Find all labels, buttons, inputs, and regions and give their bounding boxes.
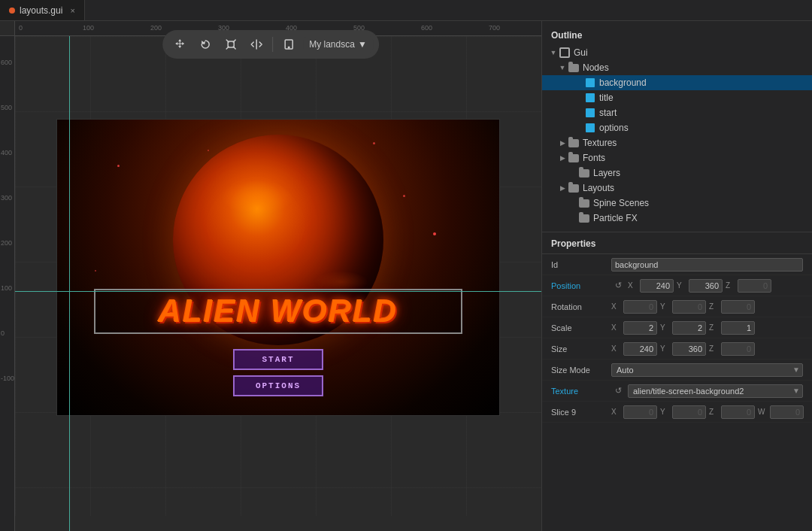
position-reset-button[interactable]: ↺ xyxy=(611,279,625,293)
spine-scenes-folder-icon xyxy=(578,197,590,209)
size-mode-select[interactable]: Auto Manual xyxy=(611,363,803,377)
prop-row-slice9: Slice 9 X Y Z W xyxy=(542,402,812,423)
h-tick-600: 600 xyxy=(421,24,432,32)
textures-label: Textures xyxy=(583,138,812,148)
v-tick-300: 300 xyxy=(1,194,12,202)
tab-layouts-gui[interactable]: layouts.gui × xyxy=(0,0,85,20)
properties-title: Properties xyxy=(542,232,812,254)
position-z-input[interactable] xyxy=(738,279,771,293)
texture-label: Texture xyxy=(551,387,611,396)
scale-xyz-group: X Y Z xyxy=(611,321,803,335)
tree-item-start[interactable]: start xyxy=(542,105,812,120)
start-button-label: START xyxy=(262,355,294,364)
tree-item-gui[interactable]: ▼ Gui xyxy=(542,45,812,60)
tree-item-textures[interactable]: ▶ Textures xyxy=(542,135,812,150)
start-label: start xyxy=(599,108,812,118)
start-button[interactable]: START xyxy=(233,349,323,370)
position-label: Position xyxy=(551,281,611,290)
size-x-input[interactable] xyxy=(623,342,657,356)
h-tick-0: 0 xyxy=(19,24,23,32)
scale-z-input[interactable] xyxy=(721,321,755,335)
slice9-y-input[interactable] xyxy=(672,405,706,419)
rotation-x-input[interactable] xyxy=(623,300,657,314)
tree-item-background[interactable]: background xyxy=(542,75,812,90)
game-preview[interactable]: ALIEN WORLD START OPTIONS xyxy=(56,119,500,416)
prop-row-id: Id xyxy=(542,254,812,275)
tree-item-nodes[interactable]: ▼ Nodes xyxy=(542,60,812,75)
rotation-z-input[interactable] xyxy=(721,300,755,314)
layout-select[interactable]: My landsca ▼ xyxy=(303,36,373,53)
rotation-y-input[interactable] xyxy=(672,300,706,314)
outline-title: Outline xyxy=(542,27,812,45)
texture-reset-button[interactable]: ↺ xyxy=(611,384,625,398)
h-tick-200: 200 xyxy=(150,24,162,32)
title-node-icon xyxy=(584,92,596,104)
position-xyz-group: ↺ X Y Z xyxy=(611,279,803,293)
tab-bar: layouts.gui × xyxy=(0,0,812,21)
nodes-arrow-icon: ▼ xyxy=(557,64,568,71)
rotation-z-label: Z xyxy=(709,302,718,311)
spine-scenes-label: Spine Scenes xyxy=(593,198,812,208)
star xyxy=(403,195,405,197)
prop-row-size: Size X Y Z xyxy=(542,338,812,360)
position-z-label: Z xyxy=(726,281,735,290)
tab-label: layouts.gui xyxy=(20,5,62,16)
tree-item-options[interactable]: options xyxy=(542,120,812,135)
prop-row-rotation: Rotation X Y Z xyxy=(542,296,812,317)
tree-item-fonts[interactable]: ▶ Fonts xyxy=(542,150,812,165)
layouts-arrow-icon: ▶ xyxy=(557,184,568,192)
size-z-input[interactable] xyxy=(721,342,755,356)
gui-arrow-icon: ▼ xyxy=(548,49,559,56)
texture-select-wrapper: alien/title-screen-background2 ▼ xyxy=(628,384,803,398)
preview-background: ALIEN WORLD START OPTIONS xyxy=(57,120,499,415)
tab-close-button[interactable]: × xyxy=(70,6,74,15)
slice9-z-input[interactable] xyxy=(721,405,755,419)
star xyxy=(117,165,120,167)
position-y-input[interactable] xyxy=(689,279,723,293)
gui-icon-element xyxy=(559,47,571,59)
flip-tool-button[interactable] xyxy=(245,33,268,56)
rotate-tool-button[interactable] xyxy=(194,33,217,56)
h-tick-100: 100 xyxy=(83,24,94,32)
slice9-z-label: Z xyxy=(709,408,718,416)
size-y-input[interactable] xyxy=(672,342,706,356)
id-input[interactable] xyxy=(611,258,803,272)
slice9-w-label: W xyxy=(758,408,767,416)
position-x-input[interactable] xyxy=(640,279,674,293)
nodes-folder-icon xyxy=(568,62,580,74)
background-label: background xyxy=(599,77,812,88)
particle-fx-folder-icon xyxy=(578,212,590,224)
slice9-x-input[interactable] xyxy=(623,405,657,419)
scale-x-input[interactable] xyxy=(623,321,657,335)
rotation-y-label: Y xyxy=(660,302,669,311)
rotation-label: Rotation xyxy=(551,302,611,311)
move-tool-button[interactable] xyxy=(168,33,191,56)
scale-tool-button[interactable] xyxy=(220,33,242,56)
toolbar-divider xyxy=(272,37,273,52)
tree-item-particle-fx[interactable]: Particle FX xyxy=(542,211,812,226)
size-xyz-group: X Y Z xyxy=(611,342,803,356)
fonts-folder-icon xyxy=(568,152,580,164)
scale-x-label: X xyxy=(611,323,620,332)
scale-z-label: Z xyxy=(709,323,718,332)
v-tick-500: 500 xyxy=(1,104,12,111)
background-node-icon xyxy=(584,77,596,89)
tree-item-spine-scenes[interactable]: Spine Scenes xyxy=(542,196,812,211)
rotation-x-label: X xyxy=(611,302,620,311)
textures-folder-icon xyxy=(568,137,580,149)
device-button[interactable] xyxy=(277,33,300,56)
tree-item-layers[interactable]: Layers xyxy=(542,165,812,181)
gui-label: Gui xyxy=(574,47,812,58)
slice9-w-input[interactable] xyxy=(770,405,804,419)
ruler-corner xyxy=(0,21,15,36)
title-label: title xyxy=(599,93,812,103)
layers-folder-icon xyxy=(578,167,590,179)
tree-item-layouts[interactable]: ▶ Layouts xyxy=(542,181,812,196)
options-button[interactable]: OPTIONS xyxy=(233,375,323,396)
scale-y-input[interactable] xyxy=(672,321,706,335)
game-title-box: ALIEN WORLD xyxy=(94,289,462,334)
size-label: Size xyxy=(551,344,611,353)
texture-select[interactable]: alien/title-screen-background2 xyxy=(628,384,803,398)
tree-item-title[interactable]: title xyxy=(542,90,812,105)
v-tick-400: 400 xyxy=(1,149,12,156)
